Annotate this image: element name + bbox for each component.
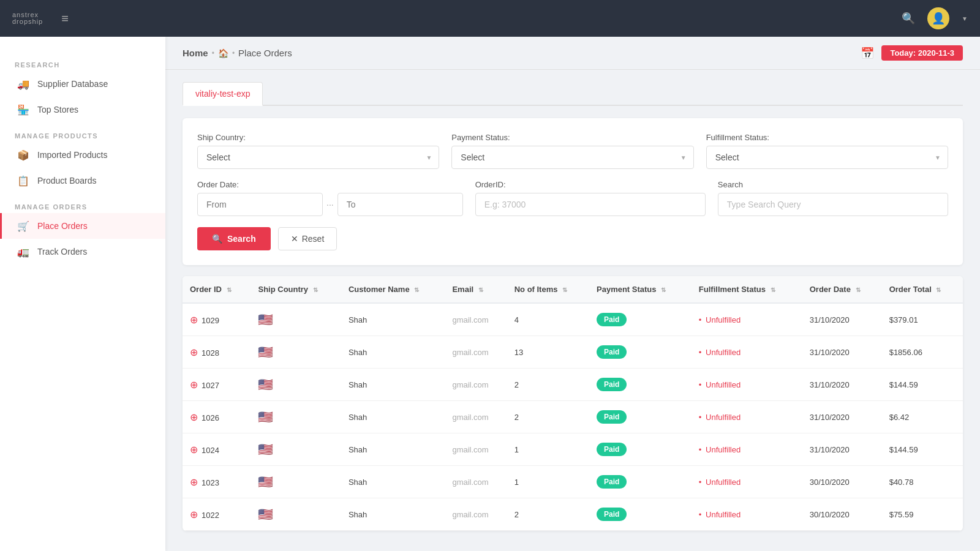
sidebar-section-research: RESEARCH: [0, 56, 165, 71]
th-payment-status: Payment Status ⇅: [589, 276, 692, 303]
cell-email: gmail.com: [445, 369, 507, 401]
sidebar-label-top-stores: Top Stores: [37, 105, 78, 114]
payment-badge: Paid: [597, 443, 627, 456]
cell-customer-name: Shah: [341, 466, 445, 498]
sidebar-label-place-orders: Place Orders: [37, 221, 88, 231]
cell-order-total: $40.78: [882, 466, 963, 498]
cell-order-date: 31/10/2020: [802, 369, 882, 401]
cell-order-id: ⊕1029: [183, 303, 251, 336]
sort-icon-order-id[interactable]: ⇅: [227, 287, 232, 293]
table-row: ⊕1023 🇺🇸 Shah gmail.com 1 Paid • Unfulfi…: [183, 466, 963, 498]
flag-icon: 🇺🇸: [258, 475, 273, 489]
sidebar-item-imported-products[interactable]: 📦 Imported Products: [0, 142, 165, 168]
reset-button[interactable]: ✕ Reset: [278, 227, 337, 250]
add-order-icon[interactable]: ⊕: [190, 380, 198, 390]
sort-icon-items[interactable]: ⇅: [562, 287, 567, 293]
cell-order-id: ⊕1026: [183, 401, 251, 433]
sidebar-item-top-stores[interactable]: 🏪 Top Stores: [0, 97, 165, 122]
reset-icon: ✕: [291, 234, 298, 244]
calendar-icon[interactable]: 📅: [861, 47, 874, 60]
cell-items: 1: [507, 466, 589, 498]
orderid-label: OrderID:: [475, 180, 706, 189]
chevron-down-icon: ▼: [962, 15, 968, 22]
sort-icon-ship-country[interactable]: ⇅: [313, 287, 318, 293]
cell-payment-status: Paid: [589, 498, 692, 531]
table-header: Order ID ⇅ Ship Country ⇅ Customer Name …: [183, 276, 963, 303]
cell-order-id: ⊕1022: [183, 498, 251, 531]
cell-order-total: $144.59: [882, 369, 963, 401]
th-email: Email ⇅: [445, 276, 507, 303]
sort-icon-payment[interactable]: ⇅: [661, 287, 666, 293]
sort-icon-order-total[interactable]: ⇅: [936, 287, 941, 293]
cell-payment-status: Paid: [589, 433, 692, 466]
sidebar-item-supplier-database[interactable]: 🚚 Supplier Database: [0, 71, 165, 97]
search-query-input[interactable]: [718, 193, 948, 216]
add-order-icon[interactable]: ⊕: [190, 444, 198, 455]
cell-ship-country: 🇺🇸: [251, 433, 341, 466]
cell-items: 13: [507, 336, 589, 369]
search-button[interactable]: 🔍 Search: [197, 227, 271, 250]
filter-buttons: 🔍 Search ✕ Reset: [197, 227, 948, 250]
sidebar-item-track-orders[interactable]: 🚛 Track Orders: [0, 239, 165, 264]
cell-ship-country: 🇺🇸: [251, 498, 341, 531]
cell-fulfillment-status: • Unfulfilled: [692, 401, 802, 433]
ship-country-select-wrapper: Select: [197, 146, 439, 169]
orderid-input[interactable]: [475, 193, 706, 216]
table-row: ⊕1027 🇺🇸 Shah gmail.com 2 Paid • Unfulfi…: [183, 369, 963, 401]
sidebar-section-manage-products: MANAGE PRODUCTS: [0, 127, 165, 142]
add-order-icon[interactable]: ⊕: [190, 315, 198, 325]
add-order-icon[interactable]: ⊕: [190, 509, 198, 520]
payment-status-select-wrapper: Select: [451, 146, 693, 169]
fulfillment-status-text: Unfulfilled: [706, 413, 741, 422]
filter-row-1: Ship Country: Select Payment Status: Sel…: [197, 133, 948, 169]
cell-order-total: $75.59: [882, 498, 963, 531]
th-order-date: Order Date ⇅: [802, 276, 882, 303]
date-range-dots: ···: [325, 200, 335, 209]
unfulfilled-dot: •: [699, 380, 702, 389]
cell-ship-country: 🇺🇸: [251, 336, 341, 369]
hamburger-icon[interactable]: ≡: [61, 12, 69, 26]
cell-order-date: 31/10/2020: [802, 433, 882, 466]
cell-customer-name: Shah: [341, 303, 445, 336]
unfulfilled-dot: •: [699, 348, 702, 357]
cell-order-id: ⊕1023: [183, 466, 251, 498]
cell-order-total: $144.59: [882, 433, 963, 466]
add-order-icon[interactable]: ⊕: [190, 412, 198, 422]
breadcrumb-separator: •: [212, 49, 214, 58]
date-from-input[interactable]: [197, 193, 323, 216]
cell-email: gmail.com: [445, 303, 507, 336]
avatar[interactable]: 👤: [927, 7, 949, 29]
tab-vitaliy-test-exp[interactable]: vitaliy-test-exp: [183, 82, 263, 106]
sort-icon-customer-name[interactable]: ⇅: [414, 287, 419, 293]
cell-email: gmail.com: [445, 466, 507, 498]
unfulfilled-dot: •: [699, 315, 702, 324]
fulfillment-status-select[interactable]: Select: [706, 146, 948, 169]
payment-badge: Paid: [597, 313, 627, 326]
sidebar: RESEARCH 🚚 Supplier Database 🏪 Top Store…: [0, 37, 165, 551]
th-no-of-items: No of Items ⇅: [507, 276, 589, 303]
add-order-icon[interactable]: ⊕: [190, 477, 198, 487]
breadcrumb-separator2: •: [232, 49, 235, 58]
cell-payment-status: Paid: [589, 303, 692, 336]
tabs: vitaliy-test-exp: [183, 82, 963, 106]
search-icon[interactable]: 🔍: [902, 12, 915, 25]
cell-order-total: $6.42: [882, 401, 963, 433]
layout: RESEARCH 🚚 Supplier Database 🏪 Top Store…: [0, 37, 980, 551]
orders-table-wrapper: Order ID ⇅ Ship Country ⇅ Customer Name …: [183, 276, 963, 531]
ship-country-select[interactable]: Select: [197, 146, 439, 169]
cell-order-id: ⊕1028: [183, 336, 251, 369]
nav-user-dropdown[interactable]: ▼: [962, 15, 968, 22]
fulfillment-status-group: Fulfillment Status: Select: [706, 133, 948, 169]
fulfillment-status-text: Unfulfilled: [706, 380, 741, 389]
cell-fulfillment-status: • Unfulfilled: [692, 369, 802, 401]
breadcrumb: Home • 🏠 • Place Orders: [183, 48, 292, 58]
sidebar-item-place-orders[interactable]: 🛒 Place Orders: [0, 213, 165, 239]
fulfillment-status-text: Unfulfilled: [706, 478, 741, 487]
sort-icon-fulfillment[interactable]: ⇅: [771, 287, 775, 293]
sort-icon-email[interactable]: ⇅: [478, 287, 483, 293]
add-order-icon[interactable]: ⊕: [190, 347, 198, 358]
sidebar-item-product-boards[interactable]: 📋 Product Boards: [0, 168, 165, 193]
payment-status-select[interactable]: Select: [451, 146, 693, 169]
date-to-input[interactable]: [337, 193, 463, 216]
sort-icon-order-date[interactable]: ⇅: [856, 287, 861, 293]
